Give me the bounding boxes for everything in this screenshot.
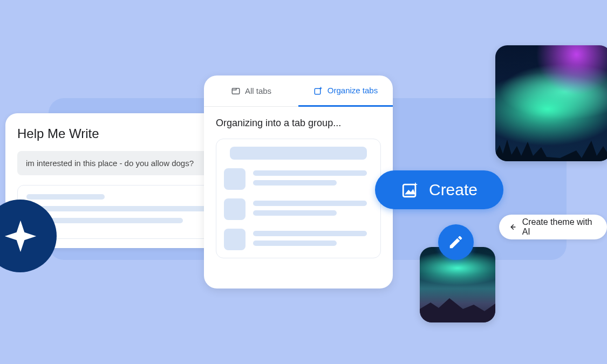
organize-sparkle-icon [313, 86, 323, 95]
tab-group-skeleton [216, 139, 381, 258]
tab-organizer-header: All tabs Organize tabs [204, 75, 393, 107]
theme-preview-large [495, 45, 607, 161]
create-theme-chip-label: Create theme with AI [522, 217, 596, 237]
pencil-icon [448, 234, 464, 250]
edit-theme-button[interactable] [438, 224, 474, 260]
sparkle-icon [2, 217, 39, 255]
tab-organizer-card: All tabs Organize tabs Organizing into a… [204, 75, 393, 289]
arrow-left-icon [508, 222, 517, 232]
help-me-write-title: Help Me Write [17, 126, 231, 141]
tab-organizer-status: Organizing into a tab group... [216, 118, 381, 129]
svg-rect-1 [315, 88, 320, 94]
create-theme-chip[interactable]: Create theme with AI [499, 215, 607, 239]
help-me-write-input[interactable]: im interested in this place - do you all… [17, 151, 231, 175]
create-button[interactable]: Create [375, 170, 503, 209]
tab-all-tabs[interactable]: All tabs [204, 75, 298, 107]
tab-organize-tabs-label: Organize tabs [328, 86, 378, 95]
tab-all-tabs-label: All tabs [245, 86, 271, 95]
create-button-label: Create [429, 181, 478, 199]
tab-organize-tabs[interactable]: Organize tabs [298, 75, 393, 107]
image-sparkle-icon [401, 181, 419, 199]
tab-icon [231, 86, 241, 96]
